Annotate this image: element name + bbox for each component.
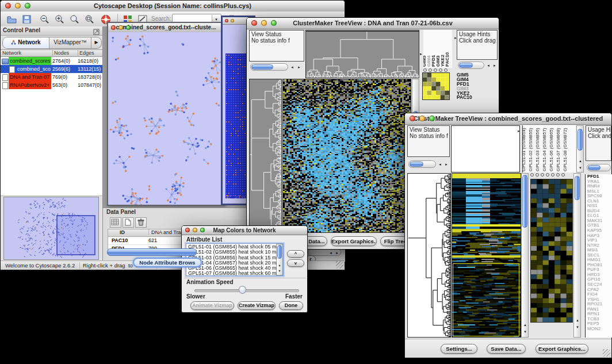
scroll-up-icon[interactable]: ▴	[577, 158, 583, 163]
view-status-hscrollbar[interactable]	[408, 160, 436, 168]
network-list-row[interactable]: DNA and Tran 07769(0)183728(0)	[1, 73, 102, 81]
usage-hints-hscrollbar[interactable]	[458, 62, 484, 69]
birds-eye-view[interactable]	[3, 197, 99, 260]
close-icon[interactable]	[5, 3, 11, 9]
open-file-icon[interactable]	[5, 13, 18, 25]
save-icon[interactable]	[20, 13, 33, 25]
close-icon[interactable]	[111, 25, 116, 30]
attribute-list-label: Attribute List	[186, 236, 222, 243]
settings-button[interactable]: Settings...	[441, 344, 477, 354]
zoom-window-icon[interactable]	[200, 228, 205, 232]
row-dendrogram[interactable]	[249, 79, 282, 233]
scroll-left-icon[interactable]: ◂	[485, 63, 491, 68]
scroll-left-icon[interactable]: ◂	[437, 162, 443, 167]
zoom-in-icon[interactable]	[53, 13, 66, 25]
treeview-dna-title-bar[interactable]: ClusterMaker TreeView : DNA and Tran 07-…	[247, 18, 499, 29]
network-name: combined_scores	[9, 57, 51, 65]
scroll-left-icon[interactable]: ◂	[289, 64, 295, 70]
dialog-title-bar[interactable]: Map Colors to Network	[182, 226, 307, 235]
zoom-fit-icon[interactable]	[83, 13, 96, 25]
close-icon[interactable]	[225, 19, 228, 22]
save-data-button[interactable]: Save Data...	[487, 344, 526, 354]
scroll-down-icon[interactable]: ▾	[575, 324, 580, 329]
network-list-row[interactable]: combined_scores2764(0)16218(0)	[1, 57, 102, 65]
delete-attribute-icon[interactable]	[135, 217, 147, 228]
export-graphics-button[interactable]: Export Graphics...	[536, 344, 588, 354]
window-controls	[5, 3, 30, 9]
usage-hints-hscrollbar[interactable]	[587, 164, 611, 171]
treeview-combined-title-bar[interactable]: ClusterMaker TreeView : combined_scores_…	[405, 113, 611, 125]
done-button[interactable]: Done	[279, 301, 303, 310]
divider-arrow-icon[interactable]: ▸	[516, 128, 522, 133]
network-canvas[interactable]	[108, 32, 224, 205]
column-header: ID	[120, 229, 125, 235]
view-status-panel: View Status No status info f	[249, 30, 304, 62]
zoom-out-icon[interactable]	[39, 13, 51, 25]
heatmap-vscrollbar[interactable]: ▴ ▾	[521, 173, 529, 338]
float-panel-icon[interactable]	[93, 27, 100, 37]
zoom-heatmap-dna[interactable]	[422, 72, 450, 100]
zoom-window-icon[interactable]	[429, 116, 435, 121]
zoom-window-icon[interactable]	[271, 20, 277, 26]
minimize-icon[interactable]	[261, 20, 267, 26]
row-dendrogram[interactable]	[407, 173, 451, 338]
close-icon[interactable]	[410, 116, 415, 121]
new-attribute-icon[interactable]	[123, 217, 134, 228]
scroll-down-icon[interactable]: ▾	[577, 165, 583, 170]
network-nodes: 2569(6)	[52, 65, 70, 73]
column-dendrogram-empty[interactable]	[451, 125, 520, 173]
minimize-icon[interactable]	[118, 25, 123, 30]
zoom-col-header-glyphs	[423, 68, 452, 72]
scroll-right-icon[interactable]: ▸	[443, 162, 449, 167]
network-list-row[interactable]: combined_sco2569(6)13112(15)	[1, 65, 102, 73]
animation-speed-slider[interactable]	[194, 289, 299, 292]
view-status-hscrollbar[interactable]	[250, 63, 288, 71]
move-down-button[interactable]: v	[287, 259, 304, 267]
minimize-icon[interactable]	[15, 3, 21, 9]
create-vizmap-button[interactable]: Create Vizmap	[238, 301, 276, 310]
attribute-list-vscrollbar[interactable]: ▴ ▾	[276, 244, 283, 275]
close-icon[interactable]	[185, 228, 190, 232]
scroll-up-icon[interactable]: ▴	[522, 322, 528, 327]
attribute-select-icon[interactable]	[110, 217, 121, 228]
scroll-right-icon[interactable]: ▸	[492, 63, 498, 68]
slider-thumb[interactable]	[239, 286, 246, 294]
global-heatmap-dna[interactable]	[282, 79, 411, 233]
tab-vizmapper[interactable]: VizMapper™	[49, 37, 91, 48]
list-item[interactable]: GPL51-07 (GSM868) heat shock 60 min	[186, 271, 276, 276]
column-dendrogram[interactable]	[305, 30, 419, 78]
minimize-icon[interactable]	[231, 19, 234, 22]
global-heatmap-combined[interactable]	[452, 173, 521, 338]
network-list-row[interactable]: RNAPuberNov2+563(0)107847(0)	[1, 81, 102, 89]
data-panel-hscrollbar-thumb[interactable]	[107, 248, 197, 256]
zoom-window-icon[interactable]	[25, 3, 30, 9]
gene-label[interactable]: MON2	[587, 327, 612, 332]
export-graphics-button[interactable]: Export Graphics...	[331, 236, 377, 246]
grid-network-canvas[interactable]	[225, 53, 246, 198]
scroll-down-icon[interactable]: ▾	[522, 329, 528, 334]
resize-grip[interactable]	[336, 261, 343, 269]
close-icon[interactable]	[251, 20, 257, 26]
treeview-window-combined: ClusterMaker TreeView : combined_scores_…	[404, 113, 612, 358]
scroll-left-icon[interactable]: ◂	[328, 250, 334, 255]
scroll-right-icon[interactable]: ▸	[334, 250, 340, 255]
minimize-icon[interactable]	[419, 116, 425, 121]
gene-label[interactable]: PAC10	[457, 95, 498, 100]
resize-grip[interactable]	[603, 349, 610, 357]
main-title-bar[interactable]: Cytoscape Desktop (Session Name: collins…	[1, 1, 345, 12]
labels-vscrollbar[interactable]: ▴ ▾	[576, 125, 584, 173]
zoom-window-icon[interactable]	[126, 25, 131, 30]
zoom-heatmap-combined[interactable]	[530, 179, 573, 323]
animate-vizmap-button[interactable]: Animate Vizmap	[190, 301, 234, 310]
zoom-vscrollbar[interactable]: ▴ ▾	[573, 173, 581, 338]
scroll-up-icon[interactable]: ▴	[575, 317, 580, 323]
scroll-right-icon[interactable]: ▸	[296, 64, 302, 70]
node-attribute-browser-button[interactable]: Node Attribute Brows	[133, 258, 202, 267]
minimize-icon[interactable]	[193, 228, 197, 232]
scroll-down-icon[interactable]: ▾	[277, 269, 282, 274]
tab-more[interactable]: ▶	[91, 37, 101, 48]
zoom-actual-icon[interactable]	[68, 13, 81, 25]
tab-network[interactable]: Network	[3, 37, 49, 48]
scroll-up-icon[interactable]: ▴	[277, 263, 282, 268]
move-up-button[interactable]: ^	[287, 250, 304, 258]
